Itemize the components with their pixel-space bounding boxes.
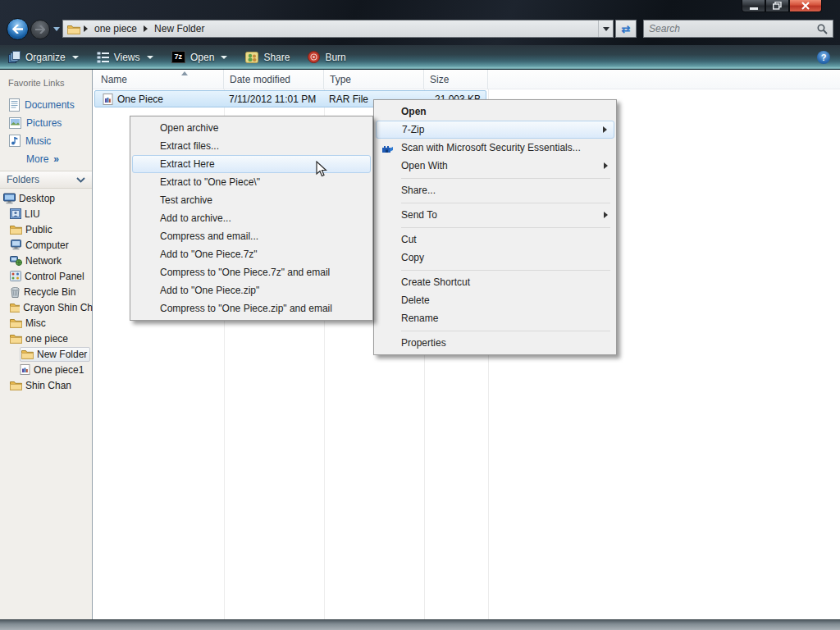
chevron-down-icon (72, 56, 79, 59)
tree-item-misc[interactable]: Misc (0, 315, 93, 331)
submenu-arrow-icon (604, 212, 608, 218)
menu-item-copy[interactable]: Copy (376, 249, 614, 267)
minimize-button[interactable] (742, 0, 765, 12)
tree-item-label: Network (25, 255, 62, 267)
tree-item-crayon-shin-chan[interactable]: Crayon Shin Ch (0, 299, 93, 315)
tree-item-label: one piece (25, 333, 68, 345)
menu-item-rename[interactable]: Rename (376, 309, 614, 327)
organize-button[interactable]: Organize (8, 51, 79, 63)
history-dropdown-icon[interactable] (53, 27, 60, 31)
menu-item-cut[interactable]: Cut (376, 231, 614, 249)
tree-item-one-piece[interactable]: one piece (0, 331, 93, 346)
tree-item-desktop[interactable]: Desktop (0, 190, 93, 206)
title-bar: one piece New Folder ⇄ (0, 0, 840, 45)
sidebar-item-label: Documents (25, 99, 75, 111)
column-header-name[interactable]: Name (93, 70, 224, 89)
menu-item-send-to[interactable]: Send To (376, 206, 614, 224)
organize-label: Organize (25, 52, 66, 63)
forward-button[interactable] (30, 20, 50, 39)
views-icon (97, 52, 109, 63)
sidebar-item-more[interactable]: More » (0, 150, 93, 167)
help-button[interactable]: ? (817, 51, 830, 64)
menu-item-open[interactable]: Open (376, 103, 614, 121)
rar-file-icon (103, 94, 113, 105)
file-name: One Piece (117, 94, 163, 105)
sidebar: Favorite Links Documents Pictures (0, 70, 93, 619)
search-input[interactable] (644, 23, 817, 34)
tree-item-public[interactable]: Public (0, 221, 93, 237)
views-button[interactable]: Views (97, 52, 153, 63)
chevron-down-icon (76, 177, 85, 183)
window-controls (742, 0, 822, 12)
column-header-type[interactable]: Type (324, 70, 424, 89)
menu-item-create-shortcut[interactable]: Create Shortcut (376, 273, 614, 291)
tree-item-liu[interactable]: LIU (0, 206, 93, 221)
burn-button[interactable]: Burn (308, 51, 345, 63)
tree-item-label: Control Panel (25, 271, 84, 282)
menu-separator (376, 175, 614, 181)
menu-item-scan-mse[interactable]: Scan with Microsoft Security Essentials.… (376, 139, 614, 157)
submenu-item-extract-files[interactable]: Extract files... (132, 137, 371, 155)
menu-item-share[interactable]: Share... (376, 181, 614, 199)
submenu-item-add-to-archive[interactable]: Add to archive... (132, 209, 371, 227)
folders-tree: Desktop LIU Public (0, 190, 93, 393)
sort-ascending-icon (181, 71, 188, 75)
breadcrumb-segment[interactable]: New Folder (149, 23, 209, 34)
menu-item-properties[interactable]: Properties (376, 334, 614, 352)
sidebar-item-label: Music (25, 135, 51, 147)
tree-item-one-piece1[interactable]: One piece1 (0, 362, 93, 377)
menu-item-delete[interactable]: Delete (376, 291, 614, 309)
submenu-arrow-icon (604, 162, 608, 169)
back-button[interactable] (7, 18, 29, 40)
tree-item-control-panel[interactable]: Control Panel (0, 268, 93, 284)
close-button[interactable] (789, 0, 822, 12)
address-bar[interactable]: one piece New Folder (62, 20, 614, 38)
tree-item-computer[interactable]: Computer (0, 237, 93, 253)
submenu-item-open-archive[interactable]: Open archive (132, 119, 371, 137)
burn-icon (308, 51, 320, 63)
folder-icon (67, 24, 80, 34)
tree-item-network[interactable]: Network (0, 253, 93, 268)
open-button[interactable]: 7z Open (171, 51, 228, 63)
sidebar-item-pictures[interactable]: Pictures (0, 114, 93, 131)
submenu-item-compress-and-email[interactable]: Compress and email... (132, 227, 371, 245)
sidebar-item-label: Pictures (26, 117, 62, 129)
submenu-item-compress-7z-email[interactable]: Compress to "One Piece.7z" and email (132, 263, 371, 281)
refresh-button[interactable]: ⇄ (615, 20, 637, 38)
desktop-icon (3, 193, 16, 204)
folder-icon (10, 334, 22, 344)
submenu-arrow-icon (603, 126, 607, 133)
share-button[interactable]: Share (245, 52, 290, 63)
submenu-item-extract-here[interactable]: Extract Here (132, 155, 371, 173)
menu-item-open-with[interactable]: Open With (376, 157, 614, 175)
network-icon (10, 255, 22, 266)
minimize-icon (750, 2, 758, 10)
sidebar-item-documents[interactable]: Documents (0, 96, 93, 113)
tree-item-new-folder[interactable]: New Folder (0, 346, 93, 362)
restore-button[interactable] (765, 0, 789, 12)
more-chevrons-icon: » (53, 153, 58, 165)
menu-item-7zip[interactable]: 7-Zip (376, 121, 614, 139)
submenu-item-add-to-7z[interactable]: Add to "One Piece.7z" (132, 245, 371, 263)
submenu-item-extract-to[interactable]: Extract to "One Piece\" (132, 173, 371, 191)
column-header-date-modified[interactable]: Date modified (224, 70, 324, 89)
tree-item-shin-chan[interactable]: Shin Chan (0, 377, 93, 393)
submenu-item-test-archive[interactable]: Test archive (132, 191, 371, 209)
submenu-item-add-to-zip[interactable]: Add to "One Piece.zip" (132, 281, 371, 299)
column-header-size[interactable]: Size (424, 70, 488, 89)
burn-label: Burn (325, 52, 345, 63)
sevenzip-icon: 7z (171, 51, 186, 63)
submenu-item-compress-zip-email[interactable]: Compress to "One Piece.zip" and email (132, 299, 371, 317)
computer-icon (10, 240, 22, 250)
sidebar-item-music[interactable]: Music (0, 132, 93, 149)
tree-selection: New Folder (20, 347, 90, 362)
breadcrumb-segment[interactable]: one piece (89, 23, 142, 34)
views-label: Views (114, 52, 140, 63)
folder-icon (10, 225, 22, 235)
window-bottom-frame (0, 619, 840, 630)
refresh-icon: ⇄ (622, 23, 631, 35)
address-dropdown-button[interactable] (598, 21, 613, 37)
menu-separator (376, 327, 614, 334)
folders-band[interactable]: Folders (0, 171, 92, 189)
tree-item-recycle-bin[interactable]: Recycle Bin (0, 284, 93, 299)
